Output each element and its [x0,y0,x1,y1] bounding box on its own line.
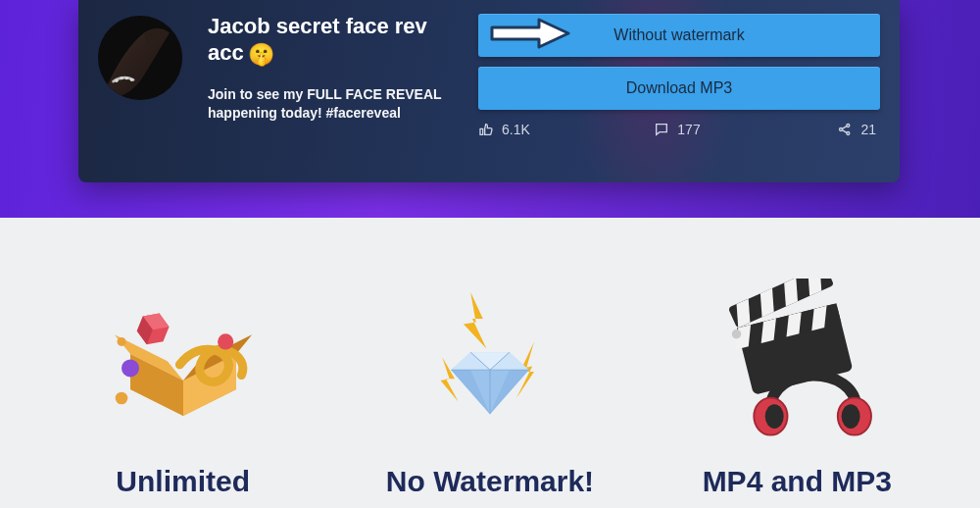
svg-rect-33 [787,312,802,336]
svg-point-3 [120,76,122,79]
post-info: Jacob secret face rev acc 🤫 Join to see … [208,14,453,171]
svg-point-12 [117,337,125,346]
svg-rect-32 [761,319,776,343]
likes-value: 6.1K [502,122,530,137]
svg-point-2 [115,79,118,82]
annotation-arrow-icon [488,16,572,55]
download-mp3-button[interactable]: Download MP3 [478,67,880,110]
comment-icon [654,122,669,137]
svg-point-41 [842,404,860,429]
svg-rect-26 [737,299,751,329]
features-row: Unlimited [0,218,980,508]
svg-point-9 [122,359,139,377]
post-title: Jacob secret face rev acc [208,14,427,65]
svg-point-11 [218,333,233,349]
post-description: Join to see my FULL FACE REVEAL happenin… [208,85,453,123]
avatar[interactable] [98,16,182,100]
shush-emoji: 🤫 [248,42,274,67]
feature-no-watermark: No Watermark! [343,279,637,498]
video-card: Jacob secret face rev acc 🤫 Join to see … [78,0,900,182]
diamond-icon [392,279,588,465]
without-watermark-label: Without watermark [613,26,744,44]
feature-mp4-mp3-title: MP4 and MP3 [703,465,892,498]
share-icon [837,122,853,137]
shares-value: 21 [860,122,876,137]
without-watermark-button[interactable]: Without watermark [478,14,880,57]
clapper-headphones-icon [699,279,895,465]
svg-rect-27 [760,288,774,318]
actions-column: Without watermark Download MP3 6.1K [478,14,880,171]
comments-value: 177 [677,122,700,137]
likes-stat[interactable]: 6.1K [478,122,611,137]
svg-rect-28 [784,279,798,307]
feature-unlimited: Unlimited [36,279,330,498]
feature-mp4-mp3: MP4 and MP3 [650,279,944,498]
feature-unlimited-title: Unlimited [116,465,250,498]
avatar-image [98,16,182,100]
svg-rect-29 [808,279,822,296]
stats-row: 6.1K 177 21 [478,122,880,137]
svg-point-5 [130,78,133,81]
svg-rect-34 [812,306,827,330]
svg-point-4 [125,76,128,79]
svg-point-7 [847,125,850,127]
thumbs-up-icon [478,122,494,137]
box-icon [85,279,281,465]
download-mp3-label: Download MP3 [626,79,733,97]
svg-point-8 [847,132,850,135]
comments-stat[interactable]: 177 [611,122,743,137]
svg-point-38 [765,404,784,429]
feature-no-watermark-title: No Watermark! [386,465,594,498]
svg-point-10 [115,392,127,405]
shares-stat[interactable]: 21 [744,122,880,137]
svg-point-6 [840,128,843,131]
